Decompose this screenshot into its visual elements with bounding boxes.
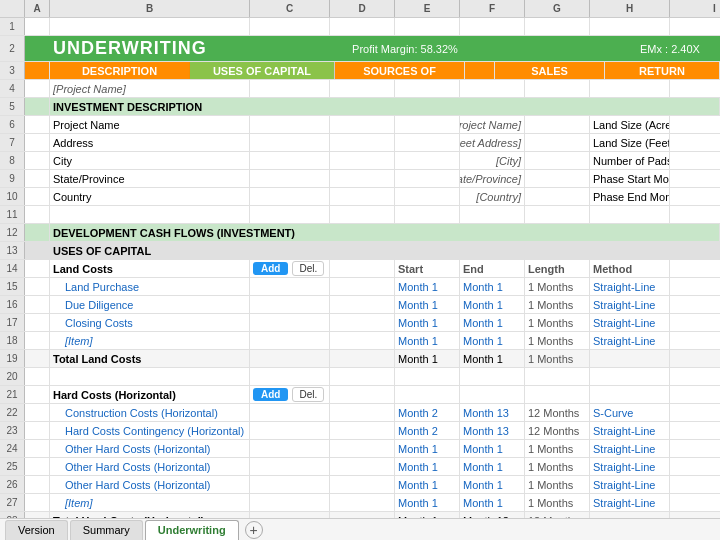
total-land-end: Month 1 [460,350,525,367]
state-value: [State/Province] [460,170,525,187]
phase-start: Phase Start Month [590,170,670,187]
tab-summary[interactable]: Summary [70,520,143,540]
row-24-num: 24 [0,440,25,457]
row-12-num: 12 [0,224,25,241]
closing-costs: Closing Costs [50,314,250,331]
corner-cell [0,0,25,17]
row-26-num: 26 [0,476,25,493]
row-22: 22 Construction Costs (Horizontal) Month… [0,404,720,422]
col-f-header: F [460,0,525,17]
add-sheet-button[interactable]: + [245,521,263,539]
row-13: 13 USES OF CAPITAL [0,242,720,260]
other-26-method: Straight-Line [590,476,670,493]
tab-underwriting[interactable]: Underwriting [145,520,239,540]
hard-costs-add-button[interactable]: Add [253,388,288,401]
country-value: [Country] [460,188,525,205]
contingency-start: Month 2 [395,422,460,439]
other-25-method: Straight-Line [590,458,670,475]
row-1: 1 [0,18,720,36]
contingency-end: Month 13 [460,422,525,439]
land-size-acres: Land Size (Acres) [590,116,670,133]
construction-costs: Construction Costs (Horizontal) [50,404,250,421]
item-18-length: 1 Months [525,332,590,349]
total-land-costs: Total Land Costs [50,350,250,367]
col-h-header: H [590,0,670,17]
row-2-header: 2 UNDERWRITING Profit Margin: 58.32% EMx… [0,36,720,62]
other-26-start: Month 1 [395,476,460,493]
row-20-num: 20 [0,368,25,385]
dev-cash-flows-label: DEVELOPMENT CASH FLOWS (INVESTMENT) [50,224,720,241]
uses-of-capital-header: USES OF CAPITAL [190,62,335,79]
row-16-num: 16 [0,296,25,313]
emx: EMx : 2.40X [640,43,700,55]
project-name-label: Project Name [50,116,250,133]
col-c-header: C [250,0,330,17]
row-7-num: 7 [0,134,25,151]
length-header: Length [525,260,590,277]
other-hard-costs-25: Other Hard Costs (Horizontal) [50,458,250,475]
row-1-num: 1 [0,18,25,35]
item-27-start: Month 1 [395,494,460,511]
land-purchase-start: Month 1 [395,278,460,295]
land-purchase-end: Month 1 [460,278,525,295]
other-25-length: 1 Months [525,458,590,475]
construction-start: Month 2 [395,404,460,421]
other-24-end: Month 1 [460,440,525,457]
land-size-feet: Land Size (Feet) [590,134,670,151]
sales-header: SALES [495,62,605,79]
other-hard-costs-26: Other Hard Costs (Horizontal) [50,476,250,493]
row-26: 26 Other Hard Costs (Horizontal) Month 1… [0,476,720,494]
construction-method: S-Curve [590,404,670,421]
spreadsheet: A B C D E F G H I J 1 2 [0,0,720,540]
hard-costs-del-button[interactable]: Del. [292,387,324,402]
col-g-header: G [525,0,590,17]
profit-margin: Profit Margin: 58.32% [352,43,458,55]
contingency-method: Straight-Line [590,422,670,439]
row-3-num: 3 [0,62,25,79]
row-4-num: 4 [0,80,25,97]
other-24-start: Month 1 [395,440,460,457]
row-6-num: 6 [0,116,25,133]
row-23: 23 Hard Costs Contingency (Horizontal) M… [0,422,720,440]
hard-costs-horizontal: Hard Costs (Horizontal) [50,386,250,403]
row-4: 4 [Project Name] COMMERCIAL LA [0,80,720,98]
land-costs-del-button[interactable]: Del. [292,261,324,276]
row-15-num: 15 [0,278,25,295]
construction-length: 12 Months [525,404,590,421]
row-18-num: 18 [0,332,25,349]
item-row-18: [Item] [50,332,250,349]
end-header: End [460,260,525,277]
contingency-length: 12 Months [525,422,590,439]
due-diligence-start: Month 1 [395,296,460,313]
project-name-value: [Project Name] [460,116,525,133]
row-19: 19 Total Land Costs Month 1 Month 1 1 Mo… [0,350,720,368]
col-b-header: B [50,0,250,17]
row-14-num: 14 [0,260,25,277]
start-header: Start [395,260,460,277]
item-27-end: Month 1 [460,494,525,511]
tab-version[interactable]: Version [5,520,68,540]
uses-of-capital-section: USES OF CAPITAL [50,242,250,259]
total-land-start: Month 1 [395,350,460,367]
row-16: 16 Due Diligence Month 1 Month 1 1 Month… [0,296,720,314]
row-5: 5 INVESTMENT DESCRIPTION [0,98,720,116]
due-diligence-length: 1 Months [525,296,590,313]
row-15: 15 Land Purchase Month 1 Month 1 1 Month… [0,278,720,296]
row-17: 17 Closing Costs Month 1 Month 1 1 Month… [0,314,720,332]
item-27-length: 1 Months [525,494,590,511]
closing-costs-length: 1 Months [525,314,590,331]
due-diligence-end: Month 1 [460,296,525,313]
return-header: RETURN [605,62,720,79]
hard-costs-contingency: Hard Costs Contingency (Horizontal) [50,422,250,439]
row-5-num: 5 [0,98,25,115]
row-27: 27 [Item] Month 1 Month 1 1 Months Strai… [0,494,720,512]
method-header: Method [590,260,670,277]
closing-costs-method: Straight-Line [590,314,670,331]
row-20: 20 [0,368,720,386]
land-costs-add-button[interactable]: Add [253,262,288,275]
row-19-num: 19 [0,350,25,367]
row-24: 24 Other Hard Costs (Horizontal) Month 1… [0,440,720,458]
row-9-num: 9 [0,170,25,187]
land-purchase-method: Straight-Line [590,278,670,295]
item-18-method: Straight-Line [590,332,670,349]
